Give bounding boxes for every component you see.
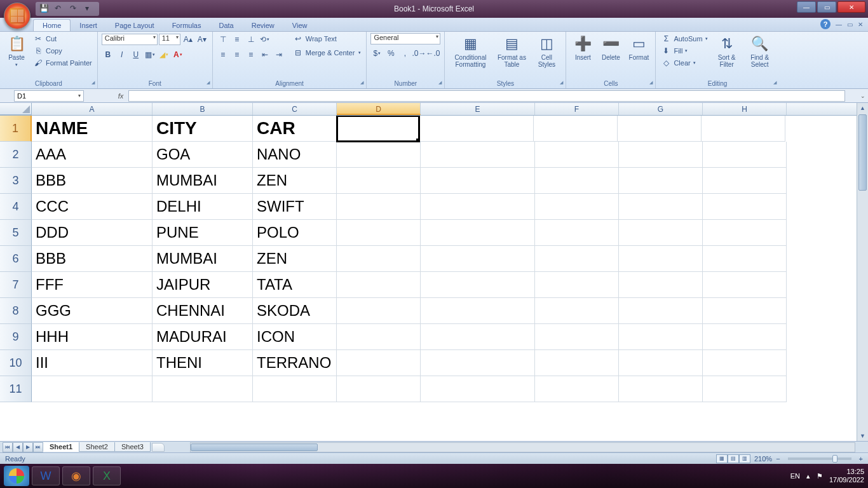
row-header[interactable]: 1: [0, 116, 32, 142]
cell[interactable]: SKODA: [253, 298, 337, 324]
cell[interactable]: [619, 168, 703, 194]
cell[interactable]: [253, 376, 337, 402]
office-button[interactable]: [4, 3, 31, 29]
name-box[interactable]: D1▾: [14, 90, 84, 102]
cell[interactable]: MUMBAI: [153, 168, 253, 194]
accounting-icon[interactable]: $: [370, 47, 383, 60]
tab-data[interactable]: Data: [210, 20, 242, 31]
copy-button[interactable]: ⎘Copy: [32, 45, 93, 57]
cell[interactable]: [535, 220, 619, 246]
close-button[interactable]: ✕: [837, 1, 865, 13]
row-header[interactable]: 7: [0, 272, 32, 298]
minimize-button[interactable]: —: [797, 1, 816, 13]
cell[interactable]: [421, 272, 535, 298]
cell[interactable]: GOA: [153, 142, 253, 168]
fill-color-button[interactable]: ◢: [158, 48, 170, 61]
column-header-E[interactable]: E: [421, 103, 535, 115]
format-as-table-button[interactable]: ▤Format as Table: [494, 33, 529, 70]
font-name-combo[interactable]: Calibri: [102, 34, 158, 45]
cell[interactable]: [703, 298, 787, 324]
zoom-slider[interactable]: [788, 458, 851, 460]
cell[interactable]: JAIPUR: [153, 272, 253, 298]
cell[interactable]: [337, 168, 421, 194]
ribbon-close-icon[interactable]: ✕: [858, 21, 863, 28]
tab-home[interactable]: Home: [33, 19, 71, 31]
tab-formulas[interactable]: Formulas: [163, 20, 210, 31]
align-right-icon[interactable]: ≡: [245, 48, 257, 61]
cell[interactable]: [337, 246, 421, 272]
cut-button[interactable]: ✂Cut: [32, 33, 93, 44]
cell[interactable]: GGG: [32, 298, 153, 324]
sheet-nav-first[interactable]: ⏮: [3, 442, 13, 452]
sheet-nav-last[interactable]: ⏭: [33, 442, 43, 452]
qat-customize-icon[interactable]: ▾: [85, 4, 95, 14]
cell[interactable]: NANO: [253, 142, 337, 168]
row-header[interactable]: 4: [0, 194, 32, 220]
cell[interactable]: [618, 116, 702, 142]
cell[interactable]: CAR: [253, 116, 337, 142]
indent-decrease-icon[interactable]: ⇤: [259, 48, 271, 61]
row-header[interactable]: 11: [0, 376, 32, 402]
merge-center-button[interactable]: ⊟Merge & Center▾: [292, 47, 363, 58]
cell[interactable]: POLO: [253, 220, 337, 246]
row-header[interactable]: 3: [0, 168, 32, 194]
cell[interactable]: [535, 142, 619, 168]
decrease-decimal-icon[interactable]: ←.0: [426, 47, 439, 60]
scroll-up-icon[interactable]: ▲: [857, 103, 868, 113]
vertical-scrollbar[interactable]: ▲ ▼: [857, 103, 868, 441]
delete-cells-button[interactable]: ➖Delete: [598, 33, 623, 63]
percent-icon[interactable]: %: [384, 47, 397, 60]
cell[interactable]: [337, 142, 421, 168]
align-left-icon[interactable]: ≡: [217, 48, 229, 61]
italic-button[interactable]: I: [116, 48, 128, 61]
cell[interactable]: [421, 194, 535, 220]
cell[interactable]: [153, 376, 253, 402]
sheet-tab-1[interactable]: Sheet1: [43, 442, 79, 452]
cell[interactable]: SWIFT: [253, 194, 337, 220]
cell[interactable]: NAME: [32, 116, 153, 142]
column-header-D[interactable]: D: [337, 103, 421, 115]
paste-button[interactable]: 📋Paste▾: [4, 33, 29, 69]
autosum-button[interactable]: ΣAutoSum▾: [660, 33, 709, 44]
cell[interactable]: [619, 350, 703, 376]
cell[interactable]: [419, 116, 534, 142]
cell[interactable]: [619, 142, 703, 168]
cell-styles-button[interactable]: ◫Cell Styles: [531, 33, 562, 70]
cell[interactable]: [703, 142, 787, 168]
cell[interactable]: [703, 246, 787, 272]
cell[interactable]: [703, 220, 787, 246]
cell[interactable]: [421, 298, 535, 324]
cell[interactable]: [336, 116, 420, 142]
wrap-text-button[interactable]: ↩Wrap Text: [292, 33, 363, 44]
indent-increase-icon[interactable]: ⇥: [273, 48, 285, 61]
cell[interactable]: [535, 324, 619, 350]
tab-insert[interactable]: Insert: [71, 20, 106, 31]
cell[interactable]: CHENNAI: [153, 298, 253, 324]
select-all-corner[interactable]: [0, 103, 32, 115]
cell[interactable]: TATA: [253, 272, 337, 298]
cell[interactable]: [619, 246, 703, 272]
redo-icon[interactable]: ↷: [70, 4, 80, 14]
start-button[interactable]: [4, 466, 29, 486]
row-header[interactable]: 10: [0, 350, 32, 376]
cell[interactable]: [619, 298, 703, 324]
view-normal-icon[interactable]: ▦: [716, 454, 728, 463]
cell[interactable]: [535, 194, 619, 220]
taskbar-app-icon[interactable]: ◉: [62, 466, 90, 485]
cell[interactable]: ICON: [253, 324, 337, 350]
view-break-icon[interactable]: ▥: [739, 454, 750, 463]
undo-icon[interactable]: ↶: [55, 4, 65, 14]
cell[interactable]: [703, 194, 787, 220]
cell[interactable]: [337, 194, 421, 220]
taskbar-word-icon[interactable]: W: [32, 466, 60, 485]
insert-cells-button[interactable]: ➕Insert: [570, 33, 595, 63]
align-center-icon[interactable]: ≡: [231, 48, 243, 61]
format-painter-button[interactable]: 🖌Format Painter: [32, 57, 93, 69]
ribbon-restore-icon[interactable]: ▭: [847, 21, 853, 28]
cell[interactable]: PUNE: [153, 220, 253, 246]
find-select-button[interactable]: 🔍Find & Select: [745, 33, 775, 70]
cell[interactable]: [619, 194, 703, 220]
cell[interactable]: [421, 246, 535, 272]
font-size-combo[interactable]: 11: [159, 34, 180, 45]
sheet-tab-3[interactable]: Sheet3: [114, 442, 151, 452]
